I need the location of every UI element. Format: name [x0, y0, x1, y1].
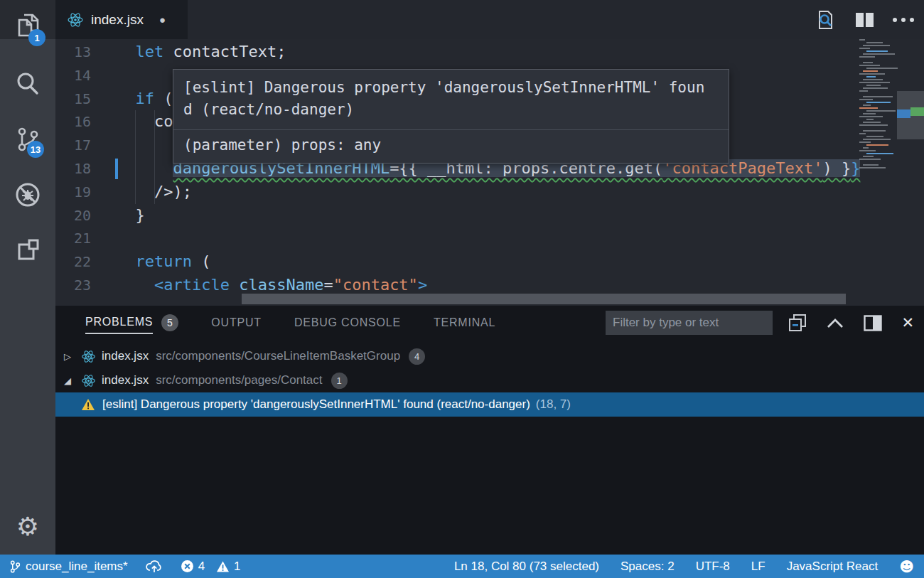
- line-number[interactable]: 20: [55, 204, 107, 228]
- collapse-all-icon[interactable]: [788, 314, 807, 332]
- scm-badge: 13: [27, 141, 44, 158]
- debug-button[interactable]: [0, 175, 55, 215]
- react-icon: [81, 373, 96, 388]
- close-panel-icon[interactable]: ✕: [901, 314, 914, 331]
- extensions-button[interactable]: [0, 230, 55, 270]
- eol-setting[interactable]: LF: [751, 560, 765, 574]
- code-text: [107, 64, 117, 87]
- file-problem-count: 4: [409, 348, 425, 365]
- minimap[interactable]: [856, 39, 897, 306]
- explorer-button[interactable]: 1: [0, 6, 55, 46]
- line-number[interactable]: 18: [55, 157, 107, 181]
- line-number[interactable]: 15: [55, 87, 107, 111]
- code-text: let contactText;: [107, 41, 286, 64]
- code-text: }: [107, 204, 145, 228]
- problem-row-selected[interactable]: [eslint] Dangerous property 'dangerously…: [55, 392, 924, 417]
- code-text: [107, 134, 117, 157]
- cursor-position[interactable]: Ln 18, Col 80 (73 selected): [454, 560, 599, 574]
- branch-name: course_line_items*: [26, 560, 128, 574]
- react-icon: [67, 11, 84, 28]
- activity-bar: 1 13: [0, 0, 55, 555]
- chevron-expanded-icon[interactable]: ◢: [64, 375, 81, 386]
- code-line[interactable]: 22 return (: [55, 250, 924, 274]
- filter-input[interactable]: [606, 311, 773, 335]
- horizontal-scrollbar[interactable]: [242, 294, 846, 304]
- extensions-icon: [15, 237, 41, 263]
- problem-file-row[interactable]: ◢ index.jsx src/components/pages/Contact…: [55, 368, 924, 392]
- line-number[interactable]: 19: [55, 181, 107, 204]
- branch-indicator[interactable]: course_line_items*: [10, 560, 128, 574]
- code-line[interactable]: 13 let contactText;: [55, 41, 924, 64]
- errors-indicator[interactable]: 4 1: [181, 560, 241, 574]
- react-icon: [81, 349, 96, 364]
- line-number[interactable]: 22: [55, 250, 107, 274]
- code-line[interactable]: 19 />);: [55, 181, 924, 204]
- hover-tooltip: [eslint] Dangerous property 'dangerously…: [173, 69, 729, 164]
- encoding-setting[interactable]: UTF-8: [696, 560, 730, 574]
- problem-file-row[interactable]: ▷ index.jsx src/components/CourseLineIte…: [55, 344, 924, 368]
- status-bar: course_line_items* 4: [0, 555, 924, 578]
- warning-count: 1: [234, 560, 240, 574]
- line-number[interactable]: 17: [55, 134, 107, 157]
- git-branch-icon: [10, 560, 21, 574]
- tab-output[interactable]: OUTPUT: [211, 312, 262, 333]
- tab-debug-console[interactable]: DEBUG CONSOLE: [294, 312, 401, 333]
- problem-location: (18, 7): [536, 397, 571, 412]
- line-number[interactable]: 14: [55, 64, 107, 87]
- split-editor-icon[interactable]: [854, 11, 874, 28]
- chevron-collapsed-icon[interactable]: ▷: [64, 351, 81, 362]
- file-name: index.jsx: [102, 349, 149, 363]
- search-button[interactable]: [0, 64, 55, 104]
- language-mode[interactable]: JavaScript React: [787, 560, 879, 574]
- code-text: co: [107, 110, 173, 134]
- source-control-button[interactable]: 13: [0, 119, 55, 159]
- problems-list: ▷ index.jsx src/components/CourseLineIte…: [55, 344, 924, 417]
- tab-terminal[interactable]: TERMINAL: [434, 312, 495, 333]
- line-number[interactable]: 21: [55, 227, 107, 250]
- tab-index-jsx[interactable]: index.jsx ●: [55, 0, 188, 39]
- line-number[interactable]: 16: [55, 110, 107, 134]
- tab-problems[interactable]: PROBLEMS 5: [85, 311, 178, 334]
- file-path: src/components/CourseLineItemBasketGroup: [156, 349, 400, 363]
- maximize-panel-icon[interactable]: [826, 318, 844, 328]
- error-icon: [181, 560, 194, 573]
- sync-button[interactable]: [145, 560, 163, 573]
- tooltip-message-line2: d (react/no-danger): [183, 99, 719, 121]
- file-path: src/components/pages/Contact: [156, 373, 322, 387]
- tab-bar: index.jsx ●: [55, 0, 924, 39]
- settings-button[interactable]: ⚙: [0, 507, 55, 547]
- warning-icon: [81, 398, 95, 411]
- tab-label: index.jsx: [91, 12, 144, 28]
- modified-dot-icon[interactable]: ●: [159, 14, 166, 26]
- code-line[interactable]: 21: [55, 227, 924, 250]
- tooltip-message-line1: [eslint] Dangerous property 'dangerously…: [183, 77, 719, 99]
- panel-header: PROBLEMS 5 OUTPUT DEBUG CONSOLE TERMINAL: [55, 306, 924, 340]
- text-cursor: [115, 159, 118, 179]
- gear-icon: ⚙: [16, 514, 39, 540]
- code-text: return (: [107, 250, 210, 274]
- bottom-panel: PROBLEMS 5 OUTPUT DEBUG CONSOLE TERMINAL: [55, 306, 924, 555]
- line-number[interactable]: 23: [55, 274, 107, 297]
- error-count: 4: [198, 560, 205, 574]
- selection-marker: [897, 109, 910, 118]
- open-preview-icon[interactable]: [815, 9, 836, 31]
- feedback-smiley-icon[interactable]: ☻: [899, 558, 914, 575]
- problems-count-badge: 5: [161, 314, 178, 331]
- overview-ruler[interactable]: [897, 39, 924, 306]
- warning-icon: [216, 560, 230, 573]
- search-icon: [14, 70, 41, 97]
- toggle-panel-layout-icon[interactable]: [864, 315, 882, 331]
- tooltip-parameter: (parameter) props: any: [173, 129, 729, 163]
- code-text: if (: [107, 87, 173, 111]
- code-line[interactable]: 20 }: [55, 204, 924, 228]
- indentation-setting[interactable]: Spaces: 2: [621, 560, 675, 574]
- warning-marker: [910, 107, 924, 116]
- cloud-upload-icon: [145, 560, 163, 573]
- file-name: index.jsx: [102, 373, 149, 387]
- line-number[interactable]: 13: [55, 41, 107, 64]
- code-text: [107, 227, 117, 250]
- more-actions-icon[interactable]: [893, 18, 914, 22]
- explorer-badge: 1: [28, 29, 45, 46]
- editor[interactable]: 13 let contactText;1415 if (16 co1718 da…: [55, 39, 924, 306]
- problem-message: [eslint] Dangerous property 'dangerously…: [102, 397, 530, 412]
